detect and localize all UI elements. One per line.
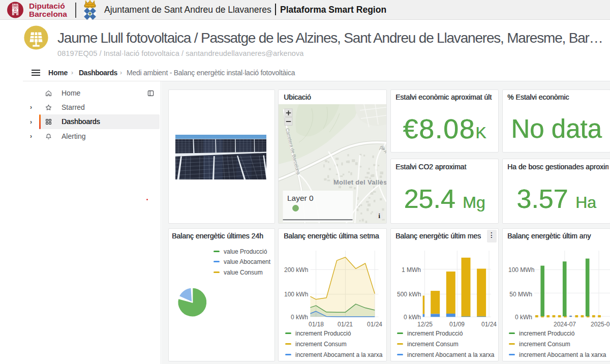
svg-text:Mollet del Vallès: Mollet del Vallès xyxy=(333,178,386,186)
svg-text:Layer 0: Layer 0 xyxy=(287,194,314,202)
